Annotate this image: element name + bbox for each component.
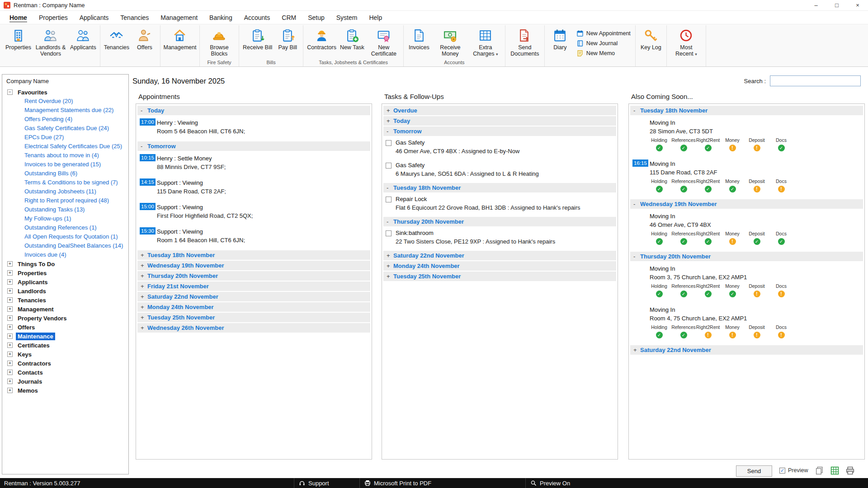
expand-icon[interactable]: + (7, 288, 13, 294)
expand-icon[interactable]: + (387, 117, 393, 124)
coming-soon-item[interactable]: 16:15Moving In115 Dane Road, CT8 2AFHold… (630, 157, 863, 198)
expand-icon[interactable]: + (7, 352, 13, 357)
favourite-outstanding-tasks[interactable]: Outstanding Tasks (13) (6, 205, 127, 214)
send-button[interactable]: Send (736, 465, 772, 477)
appointment-item[interactable]: 15:30Support : ViewingRoom 1 64 Beacon H… (137, 225, 371, 249)
ribbon-offers-button[interactable]: Offers (132, 26, 158, 51)
export-grid-icon[interactable] (830, 466, 840, 475)
task-checkbox[interactable] (386, 140, 392, 146)
task-item[interactable]: Gas Safety6 Maurys Lane, SO51 6DA : Assi… (383, 160, 617, 182)
sidebar-item-management[interactable]: +Management (6, 305, 127, 314)
favourite-terms-conditions-to-be-signed[interactable]: Terms & Conditions to be signed (7) (6, 178, 127, 187)
expand-icon[interactable]: + (633, 347, 640, 353)
expand-icon[interactable]: + (141, 304, 147, 310)
appointment-item[interactable]: 14:15Support : Viewing115 Dane Road, CT8… (137, 176, 371, 201)
section-header-tomorrow[interactable]: -Tomorrow (137, 141, 370, 151)
expand-icon[interactable]: + (141, 324, 147, 331)
section-header-wednesday-19th-november[interactable]: -Wednesday 19th November (630, 199, 863, 209)
collapse-icon[interactable]: - (633, 201, 640, 207)
expand-icon[interactable]: + (387, 252, 393, 259)
section-header-friday-21st-november[interactable]: +Friday 21st November (137, 282, 370, 291)
favourite-invoices-to-be-generated[interactable]: Invoices to be generated (15) (6, 160, 127, 169)
menu-crm[interactable]: CRM (276, 12, 302, 23)
ribbon-new-memo-button[interactable]: New Memo (574, 49, 633, 57)
ribbon-new-journal-button[interactable]: New Journal (574, 39, 633, 47)
menu-accounts[interactable]: Accounts (238, 12, 276, 23)
ribbon-send-documents-button[interactable]: Send Documents (508, 26, 542, 57)
favourite-management-statements-due[interactable]: Management Statements due (22) (6, 106, 127, 115)
ribbon-pay-bill-button[interactable]: Pay Bill (274, 26, 301, 51)
close-button[interactable]: × (847, 0, 868, 10)
coming-soon-item[interactable]: Moving In46 Omer Ave, CT9 4BXHolding✓Ref… (630, 210, 863, 251)
collapse-icon[interactable]: - (387, 128, 393, 135)
favourite-rent-overdue[interactable]: Rent Overdue (20) (6, 97, 127, 106)
ribbon-management-button[interactable]: Management (163, 26, 197, 51)
search-input[interactable] (770, 75, 861, 86)
favourite-outstanding-dealsheet-balances[interactable]: Outstanding DealSheet Balances (14) (6, 241, 127, 250)
preview-on-status[interactable]: Preview On (525, 478, 570, 488)
section-header-tuesday-18th-november[interactable]: -Tuesday 18th November (383, 183, 616, 192)
favourite-electrical-safety-certificates-due[interactable]: Electrical Safety Certificates Due (25) (6, 142, 127, 151)
favourite-outstanding-references[interactable]: Outstanding References (1) (6, 223, 127, 232)
menu-help[interactable]: Help (363, 12, 388, 23)
ribbon-new-certificate-button[interactable]: New Certificate (367, 26, 401, 57)
preview-toggle[interactable]: ✓ Preview (779, 467, 808, 474)
favourite-epcs-due[interactable]: EPCs Due (27) (6, 133, 127, 142)
favourite-invoices-due[interactable]: Invoices due (4) (6, 250, 127, 259)
expand-icon[interactable]: + (7, 379, 13, 384)
ribbon-new-task-button[interactable]: New Task (339, 26, 366, 51)
expand-icon[interactable]: + (141, 314, 147, 321)
task-checkbox[interactable] (386, 163, 392, 169)
ribbon-properties-button[interactable]: Properties (4, 26, 33, 51)
section-header-saturday-22nd-november[interactable]: +Saturday 22nd November (137, 292, 370, 301)
sidebar-item-applicants[interactable]: +Applicants (6, 277, 127, 286)
expand-icon[interactable]: + (7, 279, 13, 285)
support-status[interactable]: Support (294, 478, 329, 488)
favourite-gas-safety-certificates-due[interactable]: Gas Safety Certificates Due (24) (6, 124, 127, 133)
expand-icon[interactable]: + (7, 324, 13, 330)
sidebar-item-certificates[interactable]: +Certificates (6, 341, 127, 350)
expand-icon[interactable]: + (7, 361, 13, 366)
expand-icon[interactable]: + (7, 306, 13, 312)
collapse-icon[interactable]: - (633, 107, 640, 114)
expand-icon[interactable]: + (7, 315, 13, 321)
section-header-thursday-20th-november[interactable]: -Thursday 20th November (630, 252, 863, 261)
task-item[interactable]: Sink:bathroom22 Two Sisters Close, PE12 … (383, 227, 617, 250)
ribbon-diary-button[interactable]: Diary (547, 26, 573, 51)
collapse-icon[interactable]: - (633, 253, 640, 260)
expand-icon[interactable]: + (7, 370, 13, 375)
ribbon-applicants-button[interactable]: Applicants (69, 26, 98, 51)
expand-icon[interactable]: + (141, 262, 147, 269)
ribbon-contractors-button[interactable]: Contractors (306, 26, 338, 51)
copy-pages-icon[interactable] (815, 466, 824, 475)
section-header-wednesday-26th-november[interactable]: +Wednesday 26th November (137, 323, 370, 333)
section-header-thursday-20th-november[interactable]: +Thursday 20th November (137, 271, 370, 281)
menu-setup[interactable]: Setup (302, 12, 330, 23)
favourite-offers-pending[interactable]: Offers Pending (4) (6, 115, 127, 124)
menu-management[interactable]: Management (155, 12, 203, 23)
menu-home[interactable]: Home (4, 12, 33, 23)
ribbon-browse-blocks-button[interactable]: Browse Blocks (202, 26, 236, 57)
section-header-wednesday-19th-november[interactable]: +Wednesday 19th November (137, 261, 370, 270)
expand-icon[interactable]: + (7, 261, 13, 267)
appointment-item[interactable]: 10:15Henry : Settle Money88 Minnis Drive… (137, 152, 371, 176)
section-header-tuesday-18th-november[interactable]: +Tuesday 18th November (137, 250, 370, 260)
favourite-all-open-requests-for-quotation[interactable]: All Open Requests for Quotation (1) (6, 232, 127, 241)
collapse-icon[interactable]: - (387, 218, 393, 225)
menu-applicants[interactable]: Applicants (74, 12, 115, 23)
appointment-item[interactable]: 15:00Support : ViewingFirst Floor Highfi… (137, 201, 371, 225)
preview-checkbox[interactable]: ✓ (779, 468, 785, 474)
expand-icon[interactable]: + (141, 272, 147, 279)
section-header-tomorrow[interactable]: -Tomorrow (383, 127, 616, 136)
expand-icon[interactable]: + (387, 273, 393, 280)
ribbon-new-appointment-button[interactable]: New Appointment (574, 29, 633, 38)
ribbon-receive-money-button[interactable]: Receive Money (433, 26, 467, 57)
section-header-tuesday-18th-november[interactable]: -Tuesday 18th November (630, 106, 863, 115)
expand-icon[interactable]: + (7, 343, 13, 348)
favourite-outstanding-bills[interactable]: Outstanding Bills (6) (6, 169, 127, 178)
section-header-overdue[interactable]: +Overdue (383, 106, 616, 115)
sidebar-item-offers[interactable]: +Offers (6, 323, 127, 332)
sidebar-item-property-vendors[interactable]: +Property Vendors (6, 314, 127, 323)
expand-icon[interactable]: + (387, 107, 393, 114)
ribbon-landlords-vendors-button[interactable]: Landlords & Vendors (33, 26, 68, 57)
